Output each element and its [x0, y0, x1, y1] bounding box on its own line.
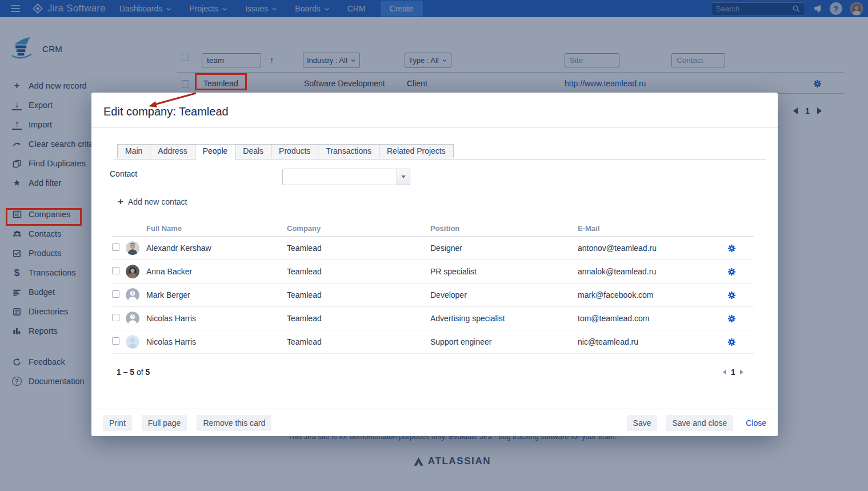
- row-checkbox[interactable]: [112, 267, 119, 274]
- contact-position: Designer: [430, 243, 578, 253]
- contact-company: Teamlead: [287, 337, 430, 346]
- column-header-company: Company: [287, 224, 430, 233]
- full-page-button[interactable]: Full page: [142, 415, 187, 431]
- contact-field-label: Contact: [110, 169, 137, 178]
- row-settings-gear-icon[interactable]: [727, 291, 736, 300]
- close-link[interactable]: Close: [746, 418, 766, 428]
- contact-avatar: [126, 335, 139, 349]
- contact-position: Support engineer: [430, 337, 578, 346]
- remove-card-button[interactable]: Remove this card: [197, 415, 271, 431]
- tab-related-projects[interactable]: Related Projects: [379, 144, 454, 158]
- contact-position: Advertising specialist: [430, 314, 578, 323]
- contact-position: PR specialist: [430, 267, 578, 276]
- column-header-email: E-Mail: [578, 224, 709, 233]
- people-table: Full Name Company Position E-Mail Alexan…: [112, 220, 754, 354]
- application-window: Jira Software Dashboards Projects Issues…: [0, 0, 868, 491]
- contact-name: Nicolas Harris: [146, 314, 287, 323]
- row-checkbox[interactable]: [112, 290, 119, 298]
- contact-position: Developer: [430, 290, 578, 300]
- next-page-icon[interactable]: [740, 370, 743, 375]
- print-button[interactable]: Print: [103, 415, 132, 431]
- table-row: Nicolas Harris Teamlead Advertising spec…: [112, 307, 754, 330]
- table-row: Alexandr Kershaw Teamlead Designer anton…: [112, 237, 754, 260]
- row-checkbox[interactable]: [112, 337, 119, 345]
- contact-email: annalok@teamlead.ru: [578, 267, 709, 276]
- dialog-tabs: Main Address People Deals Products Trans…: [117, 144, 453, 161]
- divider: [91, 127, 778, 128]
- add-new-contact-link[interactable]: + Add new contact: [118, 197, 187, 206]
- contact-avatar: [126, 312, 139, 325]
- column-header-full-name: Full Name: [146, 224, 287, 233]
- contact-company: Teamlead: [287, 243, 430, 253]
- contact-email: antonov@teamlead.ru: [578, 243, 709, 253]
- people-pagination: 1: [722, 368, 744, 377]
- table-row: Anna Backer Teamlead PR specialist annal…: [112, 260, 754, 284]
- contact-avatar: [126, 265, 139, 278]
- contact-avatar: [126, 241, 139, 255]
- table-row: Nicolas Harris Teamlead Support engineer…: [112, 330, 754, 354]
- caret-down-icon: [401, 175, 406, 178]
- table-row: Mark Berger Teamlead Developer mark@face…: [112, 284, 754, 307]
- previous-page-icon[interactable]: [723, 370, 726, 375]
- contact-combobox: [282, 169, 410, 185]
- tab-deals[interactable]: Deals: [235, 144, 271, 158]
- dialog-title: Edit company: Teamlead: [103, 105, 229, 118]
- tab-main[interactable]: Main: [117, 144, 150, 158]
- dialog-footer: Print Full page Remove this card Save Sa…: [91, 409, 778, 436]
- row-settings-gear-icon[interactable]: [727, 244, 736, 253]
- tab-address[interactable]: Address: [150, 144, 195, 158]
- contact-avatar: [126, 288, 139, 302]
- row-settings-gear-icon[interactable]: [727, 338, 736, 346]
- tab-people[interactable]: People: [195, 144, 236, 161]
- row-settings-gear-icon[interactable]: [727, 314, 736, 323]
- row-checkbox[interactable]: [112, 243, 119, 251]
- contact-name: Alexandr Kershaw: [146, 243, 287, 253]
- contact-company: Teamlead: [287, 290, 430, 300]
- contact-email: mark@facebook.com: [578, 290, 709, 300]
- contact-email: tom@teamlead.com: [578, 314, 709, 323]
- page-number[interactable]: 1: [731, 368, 735, 377]
- contact-combobox-input[interactable]: [282, 169, 397, 185]
- plus-icon: +: [118, 197, 123, 206]
- tab-transactions[interactable]: Transactions: [318, 144, 379, 158]
- results-count: 1 – 5 of 5: [117, 368, 150, 377]
- column-header-position: Position: [430, 224, 578, 233]
- contact-company: Teamlead: [287, 314, 430, 323]
- contact-company: Teamlead: [287, 267, 430, 276]
- contact-name: Nicolas Harris: [146, 337, 287, 346]
- contact-name: Mark Berger: [146, 290, 287, 300]
- row-checkbox[interactable]: [112, 314, 119, 321]
- edit-company-dialog: Edit company: Teamlead Main Address Peop…: [91, 93, 778, 436]
- contact-name: Anna Backer: [146, 267, 287, 276]
- row-settings-gear-icon[interactable]: [727, 268, 736, 276]
- save-button[interactable]: Save: [627, 415, 658, 431]
- contact-email: nic@teamlead.ru: [578, 337, 709, 346]
- people-table-header: Full Name Company Position E-Mail: [112, 220, 754, 237]
- tab-products[interactable]: Products: [271, 144, 318, 158]
- save-and-close-button[interactable]: Save and close: [666, 415, 733, 431]
- contact-combobox-dropdown-button[interactable]: [397, 169, 410, 185]
